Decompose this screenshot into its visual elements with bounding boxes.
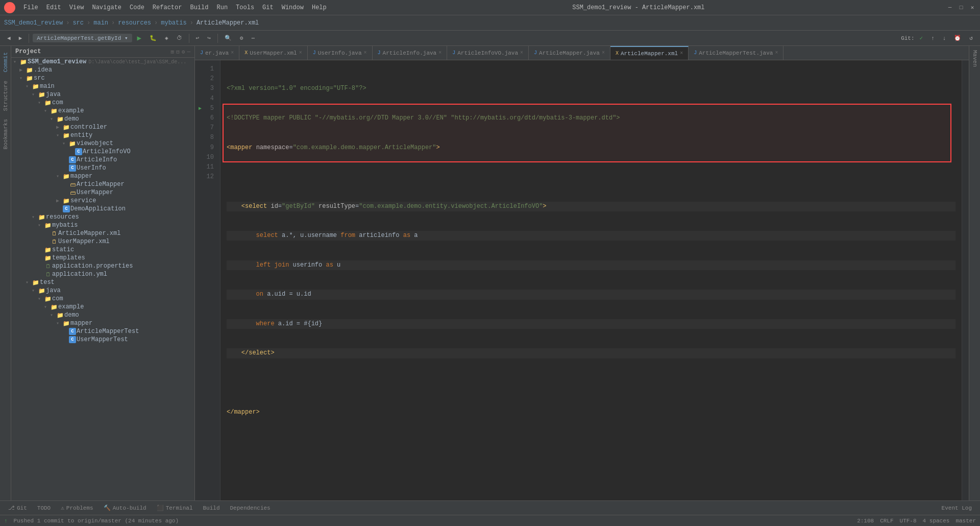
sidebar-expand-btn[interactable]: ⊞ [171,49,175,55]
breadcrumb-resources[interactable]: resources [118,19,151,27]
breadcrumb-main[interactable]: main [93,19,108,27]
tree-item-viewobject[interactable]: ▾ 📁 viewobject [11,139,194,148]
maximize-button[interactable]: □ [958,4,965,11]
tab-close-userinfo[interactable]: × [364,50,367,56]
git-push[interactable]: ↑ [928,34,938,42]
tree-item-controller[interactable]: ▶ 📁 controller [11,123,194,131]
tree-item-usermappertest[interactable]: C UserMapperTest [11,336,194,344]
tree-item-articlemapper[interactable]: 🗃 ArticleMapper [11,180,194,188]
tab-usermapper-xml[interactable]: X UserMapper.xml × [239,46,307,60]
tree-item-templates[interactable]: 📁 templates [11,254,194,262]
tab-auto-build[interactable]: 🔨 Auto-build [100,503,151,513]
menu-code[interactable]: Code [126,2,149,13]
code-body[interactable]: <?xml version="1.0" encoding="UTF-8"?> <… [220,60,962,500]
tab-close-usermapper[interactable]: × [299,50,302,56]
tree-item-example[interactable]: ▾ 📁 example [11,107,194,115]
tab-dependencies[interactable]: Dependencies [226,503,275,513]
tab-articlemapper-xml[interactable]: X ArticleMapper.xml × [610,46,689,60]
caret-position[interactable]: 2:108 [857,518,874,524]
sidebar-hide-btn[interactable]: — [187,49,190,55]
encoding[interactable]: UTF-8 [900,518,917,524]
tree-item-test-mapper[interactable]: ▾ 📁 mapper [11,319,194,327]
menu-tools[interactable]: Tools [232,2,258,13]
tree-item-usermapper[interactable]: 🗃 UserMapper [11,188,194,197]
undo-button[interactable]: ↩ [193,34,203,42]
indent[interactable]: 4 spaces [923,518,950,524]
git-revert[interactable]: ↺ [966,34,976,42]
tab-close-articleinfo[interactable]: × [438,50,442,56]
tree-item-mapper[interactable]: ▾ 📁 mapper [11,172,194,180]
profile-button[interactable]: ⏱ [174,34,185,42]
tree-item-demo[interactable]: ▾ 📁 demo [11,115,194,123]
tree-item-usermapper-xml[interactable]: 🗒 UserMapper.xml [11,237,194,246]
breadcrumb-project[interactable]: SSM_demo1_review [4,19,63,27]
tab-git[interactable]: ⎇ Git [4,503,31,513]
left-tab-structure[interactable]: Structure [1,77,11,115]
breadcrumb-src[interactable]: src [72,19,84,27]
tab-close-er[interactable]: × [231,50,234,56]
menu-edit[interactable]: Edit [42,2,65,13]
tree-item-userinfo[interactable]: C UserInfo [11,164,194,172]
git-pull[interactable]: ↓ [940,34,949,42]
tree-item-com[interactable]: ▾ 📁 com [11,99,194,107]
menu-build[interactable]: Build [186,2,212,13]
tree-item-static[interactable]: 📁 static [11,246,194,254]
tree-item-test-com[interactable]: ▾ 📁 com [11,295,194,303]
menu-help[interactable]: Help [308,2,331,13]
menu-navigate[interactable]: Navigate [88,2,126,13]
git-history[interactable]: ⏰ [951,34,964,42]
left-tab-commit[interactable]: Commit [1,48,11,77]
git-check[interactable]: ✓ [917,34,926,42]
back-button[interactable]: ◀ [4,34,14,42]
menu-refactor[interactable]: Refactor [149,2,186,13]
tree-item-project[interactable]: ▾ 📁 SSM_demo1_review D:\Java\code\test_j… [11,58,194,66]
tree-item-app-yml[interactable]: 🗒 application.yml [11,270,194,278]
line-ending[interactable]: CRLF [880,518,893,524]
tab-articleinfovo-java[interactable]: J ArticleInfoVO.java × [447,46,529,60]
tab-close-articlemapper-xml[interactable]: × [680,51,683,56]
tree-item-entity[interactable]: ▾ 📁 entity [11,131,194,139]
tree-item-demoapplication[interactable]: C DemoApplication [11,205,194,213]
breadcrumb-mybatis[interactable]: mybatis [161,19,186,27]
tab-articlemapper-java[interactable]: J ArticleMapper.java × [529,46,610,60]
tab-articleinfo-java[interactable]: J ArticleInfo.java × [373,46,448,60]
menu-file[interactable]: File [19,2,42,13]
tab-articlemappertest-java[interactable]: J ArticleMapperTest.java × [689,46,783,60]
tab-close-articleinfovo[interactable]: × [520,50,523,56]
tree-item-test-example[interactable]: ▾ 📁 example [11,303,194,311]
tab-er-java[interactable]: J er.java × [195,46,239,60]
editor-scrollbar[interactable] [962,60,969,500]
coverage-button[interactable]: ◈ [162,34,172,42]
debug-button[interactable]: 🐛 [146,34,160,42]
maven-panel[interactable]: Maven [969,46,980,500]
forward-button[interactable]: ▶ [16,34,26,42]
tree-item-articleinfo[interactable]: C ArticleInfo [11,156,194,164]
tree-item-articleinfovo[interactable]: C ArticleInfoVO [11,148,194,156]
tab-todo[interactable]: TODO [33,503,55,513]
left-tab-bookmarks[interactable]: Bookmarks [1,115,11,153]
tree-item-articlemappertest[interactable]: C ArticleMapperTest [11,327,194,336]
tree-item-src[interactable]: ▾ 📁 src [11,74,194,82]
settings-button[interactable]: ⚙ [237,34,247,42]
tab-build[interactable]: Build [199,503,224,513]
menu-window[interactable]: Window [278,2,308,13]
minimize-button[interactable]: ─ [946,4,953,11]
more-button[interactable]: ⋯ [248,34,258,42]
tree-item-idea[interactable]: ▶ 📁 .idea [11,66,194,74]
tab-userinfo-java[interactable]: J UserInfo.java × [308,46,373,60]
menu-run[interactable]: Run [212,2,232,13]
run-button[interactable]: ▶ [134,33,144,43]
branch-name[interactable]: master [955,518,976,524]
tree-item-test-demo[interactable]: ▾ 📁 demo [11,311,194,319]
tree-item-articlemapper-xml[interactable]: 🗒 ArticleMapper.xml [11,229,194,237]
tree-item-mybatis[interactable]: ▾ 📁 mybatis [11,221,194,229]
tree-item-app-properties[interactable]: 🗒 application.properties [11,262,194,270]
run-gutter-icon[interactable]: ▶ [199,104,202,113]
tree-item-java[interactable]: ▾ 📁 java [11,90,194,99]
close-button[interactable]: ✕ [969,4,976,11]
redo-button[interactable]: ↪ [204,34,214,42]
tab-event-log[interactable]: Event Log [938,503,976,513]
tree-item-test-java[interactable]: ▾ 📁 java [11,286,194,295]
run-config-selector[interactable]: ArticleMapperTest.getById ▾ [33,34,132,42]
tree-item-resources[interactable]: ▾ 📁 resources [11,213,194,221]
